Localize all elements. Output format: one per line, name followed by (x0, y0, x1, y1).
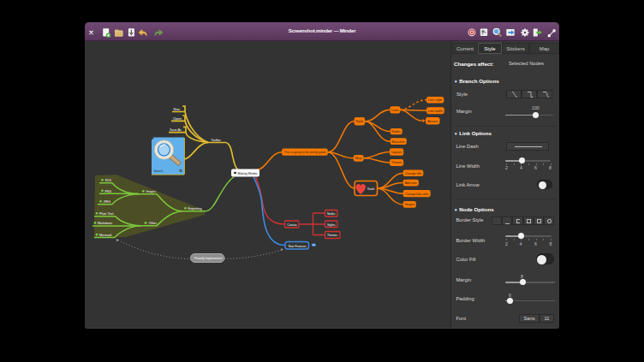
svg-text:Layouts: Layouts (391, 150, 402, 154)
svg-text:Search: Search (154, 169, 164, 173)
svg-text:Open: Open (173, 116, 182, 121)
svg-text:Toolbar: Toolbar (212, 138, 222, 142)
svg-text:This is going to be pretty goo: This is going to be pretty good (284, 150, 326, 154)
svg-text:Images: Images (405, 202, 415, 206)
svg-text:Themes: Themes (391, 160, 402, 164)
svg-text:Style: Style (355, 119, 364, 123)
svg-text:New: New (174, 107, 181, 111)
svg-text:Node: Node (367, 187, 375, 191)
svg-text:New Features: New Features (289, 244, 307, 248)
svg-text:Making Minder: Making Minder (238, 171, 259, 175)
svg-text:SVG: SVG (105, 178, 112, 182)
svg-text:Save As: Save As (170, 128, 182, 132)
svg-text:Canvas: Canvas (287, 223, 297, 227)
svg-text:Add note: Add note (405, 181, 418, 185)
svg-text:Links: Links (391, 108, 399, 112)
svg-text:Nodes: Nodes (391, 129, 401, 134)
svg-text:Other: Other (149, 221, 158, 225)
svg-text:Branches: Branches (391, 139, 405, 144)
svg-text:Partially Implemented: Partially Implemented (194, 256, 223, 260)
svg-text:Map: Map (355, 156, 363, 160)
svg-text:Plain Text: Plain Text (99, 211, 114, 216)
svg-text:Line style: Line style (428, 98, 443, 102)
svg-text:JPEG: JPEG (104, 199, 111, 204)
svg-text:Images: Images (146, 189, 157, 193)
svg-text:Markdown: Markdown (98, 221, 113, 225)
svg-text:Change link color: Change link color (405, 192, 429, 196)
svg-text:Line width: Line width (428, 109, 443, 113)
svg-text:Exporting: Exporting (188, 206, 203, 211)
svg-text:Nodes: Nodes (327, 211, 336, 216)
svg-text:Arrows: Arrows (427, 119, 438, 123)
svg-text:Themes: Themes (327, 233, 337, 237)
svg-text:PNG: PNG (105, 189, 112, 193)
svg-text:Change title: Change title (405, 171, 422, 175)
svg-text:Mermaid: Mermaid (99, 233, 112, 237)
svg-text:Styles: Styles (327, 223, 336, 227)
